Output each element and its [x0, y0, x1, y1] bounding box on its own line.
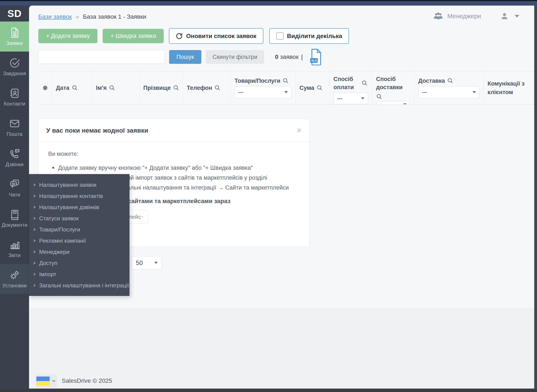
column-label: Сума	[299, 84, 314, 92]
submenu-label: Налаштування заявок	[39, 182, 97, 188]
search-icon[interactable]	[173, 85, 179, 91]
search-icon[interactable]	[361, 80, 368, 86]
sidebar-item-ustanovky[interactable]: Установки	[0, 264, 29, 294]
table-gear-icon[interactable]	[41, 84, 49, 92]
select-multiple-button[interactable]: Виділити декілька	[269, 28, 349, 44]
count-label: заявок	[280, 54, 299, 60]
search-icon[interactable]	[376, 93, 383, 100]
bar-chart-icon	[9, 239, 20, 250]
sidebar-item-zvity[interactable]: Звіти	[0, 233, 29, 264]
products-filter-select[interactable]: ---	[234, 86, 291, 98]
arrow-right-icon	[34, 261, 36, 265]
column-header-phone: Телефон	[183, 72, 231, 104]
select-multiple-label: Виділити декілька	[287, 33, 342, 40]
sidebar-item-zavdannya[interactable]: Завдання	[0, 51, 29, 82]
submenu-item-request-settings[interactable]: Налаштування заявок	[29, 179, 129, 190]
user-avatar-icon[interactable]	[500, 12, 508, 20]
sidebar-item-label: Дзвінки	[6, 161, 24, 168]
sidebar-item-dzvinky[interactable]: Дзвінки	[0, 142, 29, 173]
search-icon[interactable]	[317, 85, 323, 91]
submenu-item-import[interactable]: Імпорт	[29, 269, 129, 280]
add-request-button[interactable]: + Додати заявку	[38, 29, 97, 43]
submenu-item-access[interactable]: Доступ	[29, 257, 129, 269]
reset-filters-button[interactable]: Скинути фільтри	[206, 50, 264, 64]
payment-filter-select[interactable]: ---	[333, 93, 368, 104]
search-icon[interactable]	[447, 78, 454, 84]
sidebar-item-label: Пошта	[7, 131, 23, 137]
filter-row: Пошук Скинути фільтри 0заявок | XLS	[38, 49, 323, 65]
settings-submenu: Налаштування заявок Налаштування контакт…	[29, 174, 129, 296]
book-icon	[9, 209, 20, 220]
arrow-right-icon	[34, 217, 36, 220]
arrow-right-icon	[34, 206, 36, 209]
page-size-select[interactable]: 50	[132, 256, 162, 270]
check-circle-icon	[9, 57, 20, 69]
submenu-item-managers[interactable]: Менеджери	[29, 246, 129, 257]
sidebar-item-dokumenty[interactable]: Документи	[0, 203, 29, 233]
sidebar-item-label: Заявки	[6, 40, 23, 46]
submenu-item-request-statuses[interactable]: Статуси заявок	[29, 213, 129, 224]
sidebar-item-chaty[interactable]: Чати	[0, 173, 29, 203]
xls-export-icon[interactable]: XLS	[309, 49, 323, 65]
sidebar-item-label: Завдання	[3, 70, 26, 76]
app-window: SD Заявки Завдання Контакти Пошта Дзвінк…	[0, 0, 537, 392]
sidebar-item-kontakty[interactable]: Контакти	[0, 82, 29, 112]
search-input[interactable]	[38, 50, 165, 64]
checkbox-icon[interactable]	[276, 33, 284, 40]
filter-value: ---	[238, 89, 243, 95]
mail-icon	[9, 118, 20, 129]
submenu-item-products[interactable]: Товари/Послуги	[29, 224, 129, 235]
chevron-down-icon	[51, 379, 56, 383]
sidebar-item-label: Звіти	[8, 252, 21, 258]
search-button[interactable]: Пошук	[169, 50, 201, 64]
sidebar-item-label: Установки	[2, 283, 27, 289]
lower-area	[29, 308, 534, 389]
vertical-scrollbar[interactable]	[534, 6, 537, 392]
ukraine-flag-icon	[36, 377, 50, 386]
search-icon[interactable]	[109, 85, 115, 91]
breadcrumb: Бази заявок » База заявок 1 - Заявки	[38, 13, 146, 20]
breadcrumb-link[interactable]: Бази заявок	[38, 13, 72, 20]
column-header-communications: Комунікації з клієнтом	[484, 72, 533, 104]
search-icon[interactable]	[282, 78, 289, 84]
search-icon[interactable]	[72, 85, 78, 91]
refresh-list-button[interactable]: Оновити список заявок	[169, 28, 263, 44]
managers-menu[interactable]: Менеджери	[447, 13, 481, 20]
submenu-item-ad-campaigns[interactable]: Рекламні кампанії	[29, 235, 129, 246]
submenu-label: Імпорт	[39, 271, 56, 278]
column-label: Прізвище	[143, 84, 171, 92]
column-label: Товари/Послуги	[234, 77, 280, 85]
submenu-item-general-settings[interactable]: Загальні налаштування і інтеграції	[29, 280, 129, 291]
user-menu-caret-icon[interactable]	[515, 15, 519, 18]
table-header: Дата Ім'я Прізвище Телефон Товари/Послуг…	[38, 71, 534, 104]
column-header-firstname: Ім'я	[92, 72, 139, 104]
quick-request-button[interactable]: + Швидка заявка	[103, 29, 164, 43]
document-icon	[9, 27, 20, 38]
search-icon[interactable]	[214, 85, 221, 91]
submenu-label: Статуси заявок	[39, 215, 79, 222]
breadcrumb-separator: »	[76, 13, 79, 20]
delivery-filter-select[interactable]: ---	[418, 86, 480, 98]
caret-down-icon	[154, 262, 158, 264]
caret-down-icon	[403, 103, 407, 104]
page-title: База заявок 1 - Заявки	[83, 13, 146, 20]
panel-intro: Ви можете:	[48, 151, 299, 157]
user-bar: Менеджери	[433, 12, 519, 20]
arrow-right-icon	[34, 228, 36, 231]
xls-label: XLS	[311, 59, 317, 62]
chat-bubbles-icon	[9, 179, 20, 190]
hint-text: Додати заявку вручну кнопкою "+ Додати з…	[58, 165, 253, 171]
submenu-item-call-settings[interactable]: Налаштування дзвінків	[29, 202, 129, 213]
managers-group-icon[interactable]	[433, 13, 443, 20]
submenu-item-contact-settings[interactable]: Налаштування контактів	[29, 190, 129, 202]
count-divider: |	[301, 53, 303, 61]
sidebar-item-poshta[interactable]: Пошта	[0, 112, 29, 142]
sidebar-item-zayavky[interactable]: Заявки	[0, 22, 29, 51]
delivery-method-filter-select[interactable]: ---	[376, 101, 410, 104]
close-icon[interactable]: ×	[297, 126, 301, 134]
count-number: 0	[275, 54, 278, 60]
sidebar-item-label: Чати	[9, 192, 20, 198]
horizontal-scrollbar[interactable]	[0, 389, 537, 392]
app-logo[interactable]: SD	[0, 6, 29, 22]
language-selector[interactable]	[35, 374, 57, 388]
